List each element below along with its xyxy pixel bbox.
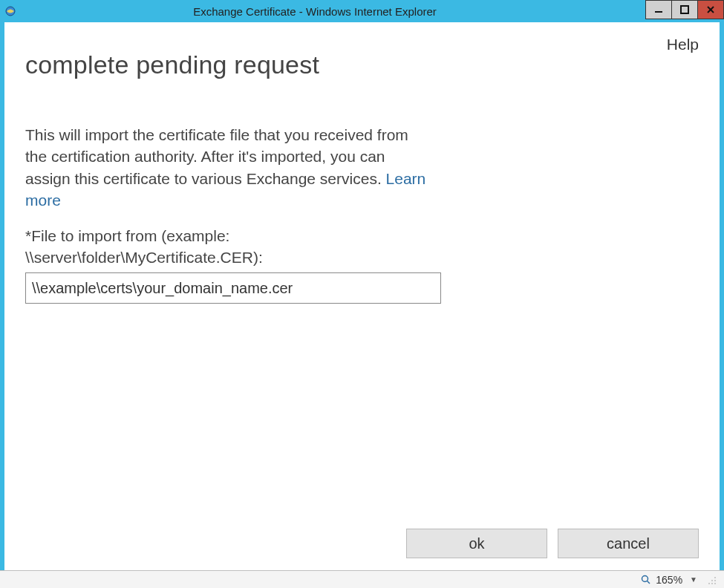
svg-line-6 bbox=[648, 581, 650, 584]
svg-point-10 bbox=[708, 583, 710, 584]
file-label-line2: \\server\folder\MyCertificate.CER): bbox=[25, 249, 263, 266]
titlebar: Exchange Certificate - Windows Internet … bbox=[0, 0, 724, 22]
ok-button[interactable]: ok bbox=[406, 529, 547, 558]
help-link[interactable]: Help bbox=[667, 36, 699, 53]
svg-point-12 bbox=[714, 583, 716, 584]
svg-point-5 bbox=[642, 575, 648, 581]
window-controls bbox=[646, 0, 724, 22]
content-area: Help complete pending request This will … bbox=[4, 22, 720, 570]
description-body: This will import the certificate file th… bbox=[25, 126, 408, 187]
svg-rect-1 bbox=[655, 11, 662, 13]
svg-point-9 bbox=[714, 580, 716, 581]
zoom-dropdown[interactable]: ▼ bbox=[687, 575, 700, 584]
svg-point-8 bbox=[711, 580, 713, 581]
minimize-icon bbox=[654, 5, 663, 14]
maximize-button[interactable] bbox=[671, 0, 698, 19]
close-icon bbox=[706, 5, 715, 14]
file-path-input[interactable] bbox=[25, 272, 441, 304]
maximize-icon bbox=[680, 5, 689, 14]
close-button[interactable] bbox=[697, 0, 724, 19]
resize-grip[interactable] bbox=[706, 575, 717, 585]
magnifier-icon bbox=[641, 575, 651, 585]
file-label-line1: *File to import from (example: bbox=[25, 227, 229, 244]
description-text: This will import the certificate file th… bbox=[25, 124, 426, 212]
zoom-control[interactable]: 165% ▼ bbox=[641, 574, 700, 586]
dialog-buttons: ok cancel bbox=[406, 529, 699, 558]
file-import-label: *File to import from (example: \\server\… bbox=[25, 225, 426, 269]
minimize-button[interactable] bbox=[645, 0, 672, 19]
zoom-level: 165% bbox=[656, 574, 682, 586]
cancel-button[interactable]: cancel bbox=[558, 529, 699, 558]
svg-point-7 bbox=[714, 577, 716, 578]
ie-icon bbox=[4, 5, 16, 17]
page-title: complete pending request bbox=[25, 50, 699, 79]
statusbar: 165% ▼ bbox=[0, 570, 724, 588]
svg-rect-2 bbox=[681, 6, 688, 13]
svg-point-11 bbox=[711, 583, 713, 584]
window-title: Exchange Certificate - Windows Internet … bbox=[21, 5, 646, 18]
